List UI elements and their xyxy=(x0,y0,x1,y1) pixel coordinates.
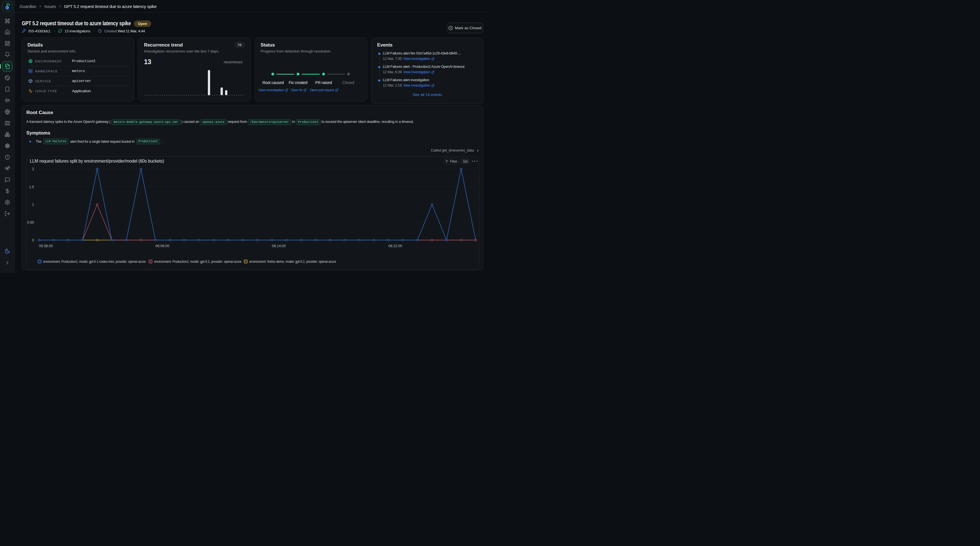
svg-text:environment: firefox-demo, mod: environment: firefox-demo, model: gpt-5.… xyxy=(249,260,336,263)
svg-text:0.50: 0.50 xyxy=(27,220,34,225)
svg-text:05:58:00: 05:58:00 xyxy=(39,244,53,248)
svg-text:06:22:00: 06:22:00 xyxy=(388,244,402,248)
svg-text:06:06:00: 06:06:00 xyxy=(155,244,169,248)
svg-text:environment: Production2, mode: environment: Production2, model: gpt-5.1… xyxy=(43,260,146,263)
svg-text:1.5: 1.5 xyxy=(29,185,34,189)
svg-text:0: 0 xyxy=(32,238,34,243)
svg-text:06:14:00: 06:14:00 xyxy=(272,244,286,248)
svg-text:environment: Production2, mode: environment: Production2, model: gpt-5.2… xyxy=(154,260,242,263)
svg-text:1: 1 xyxy=(32,203,34,207)
svg-text:2: 2 xyxy=(32,167,34,171)
